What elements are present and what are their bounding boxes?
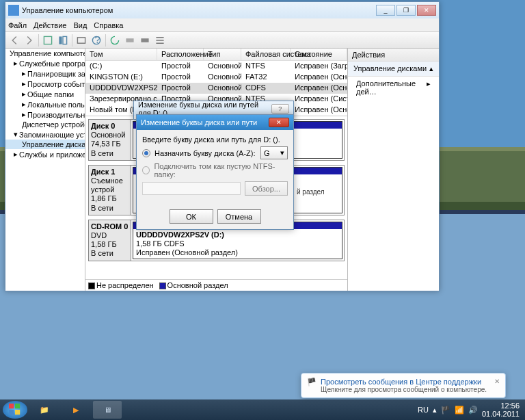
- label-assign-letter: Назначить букву диска (A-Z):: [154, 149, 256, 157]
- ok-button[interactable]: ОК: [170, 209, 213, 224]
- tree-root[interactable]: Управление компьютером (л: [5, 49, 85, 58]
- show-hide-button[interactable]: [57, 34, 69, 47]
- svg-rect-9: [15, 404, 20, 408]
- tree-events[interactable]: ▸ Просмотр событий: [5, 79, 85, 89]
- tree-shared[interactable]: ▸ Общие папки: [5, 89, 85, 99]
- dialog-close-button[interactable]: ✕: [269, 118, 289, 127]
- svg-rect-1: [59, 36, 62, 44]
- svg-rect-7: [141, 38, 148, 42]
- action-center-balloon[interactable]: 🏴 Просмотреть сообщения в Центре поддерж…: [301, 373, 506, 398]
- flag-icon: 🏴: [307, 378, 317, 393]
- tree-devmgr[interactable]: Диспетчер устройств: [5, 120, 85, 129]
- tree-users[interactable]: ▸ Локальные пользовате: [5, 99, 85, 109]
- list-row[interactable]: (C:)ПростойОсновнойNTFSИсправен (Загрузк…: [85, 61, 347, 72]
- svg-rect-8: [9, 404, 14, 408]
- menu-view[interactable]: Вид: [73, 21, 87, 29]
- balloon-close[interactable]: ✕: [494, 378, 500, 393]
- drive-letter-select[interactable]: G▾: [260, 146, 288, 159]
- clock[interactable]: 12:56 01.04.2011: [482, 402, 520, 418]
- svg-rect-3: [77, 37, 85, 42]
- cancel-button[interactable]: Отмена: [217, 209, 261, 224]
- actions-section[interactable]: Управление дисками▴: [348, 62, 439, 77]
- tb-explorer[interactable]: 📁: [30, 401, 59, 419]
- close-button[interactable]: ✕: [417, 5, 436, 16]
- partition-peek: й раздел: [297, 188, 325, 196]
- col-type[interactable]: Тип: [204, 49, 241, 60]
- back-button[interactable]: [8, 34, 21, 47]
- list-button[interactable]: [154, 34, 166, 47]
- instruction-text: Введите букву диска или путь для D: ().: [142, 135, 288, 144]
- actions-more[interactable]: Дополнительные дей…▸: [348, 77, 439, 99]
- tree-scheduler[interactable]: ▸ Планировщик заданий: [5, 68, 85, 79]
- list-row[interactable]: KINGSTON (E:)ПростойОсновнойFAT32Исправе…: [85, 72, 347, 83]
- maximize-button[interactable]: ❐: [396, 5, 416, 16]
- start-button[interactable]: [3, 401, 27, 419]
- tb-wmp[interactable]: ▶: [62, 401, 90, 419]
- svg-text:?: ?: [94, 36, 100, 45]
- disk-info: Диск 0 Основной 74,53 ГБ В сети: [89, 120, 131, 160]
- balloon-title: Просмотреть сообщения в Центре поддержки: [321, 378, 487, 386]
- up-button[interactable]: [42, 34, 54, 47]
- window-title: Управление компьютером: [22, 6, 376, 14]
- svg-rect-10: [9, 410, 14, 415]
- svg-rect-11: [15, 410, 20, 415]
- refresh-button[interactable]: [109, 34, 121, 47]
- radio-assign-letter[interactable]: [142, 149, 150, 157]
- app-icon: [8, 5, 19, 16]
- minimize-button[interactable]: _: [376, 5, 395, 16]
- outer-dialog-help[interactable]: ?: [271, 104, 289, 114]
- titlebar[interactable]: Управление компьютером _ ❐ ✕: [5, 2, 439, 18]
- col-fs[interactable]: Файловая система: [241, 49, 291, 60]
- col-state[interactable]: Состояние: [291, 49, 347, 60]
- tree-services[interactable]: ▸ Службы и приложения: [5, 149, 85, 159]
- svg-rect-6: [126, 38, 133, 42]
- tray-up-icon[interactable]: ▴: [433, 406, 437, 415]
- toolbar: ?: [5, 32, 439, 49]
- network-icon[interactable]: 📶: [455, 406, 464, 415]
- disk-info: Диск 1 Съемное устрой 1,86 ГБ В сети: [89, 166, 131, 215]
- flag-tray-icon[interactable]: 🏴: [441, 406, 450, 415]
- actions-pane: Действия Управление дисками▴ Дополнитель…: [347, 49, 439, 291]
- change-drive-letter-dialog: Изменение буквы диска или пути ✕ Введите…: [136, 114, 294, 230]
- actions-header: Действия: [348, 49, 439, 62]
- browse-button[interactable]: Обзор...: [245, 181, 288, 196]
- console-tree[interactable]: Управление компьютером (л ▸ Служебные пр…: [5, 49, 85, 291]
- menu-action[interactable]: Действие: [33, 21, 66, 29]
- volume-icon[interactable]: 🔊: [468, 406, 478, 415]
- svg-rect-2: [63, 36, 67, 44]
- svg-rect-0: [44, 36, 51, 44]
- tree-diskmgmt[interactable]: Управление дисками: [5, 140, 85, 149]
- balloon-text: Щелкните для просмотра сообщений о компь…: [321, 386, 487, 393]
- prop-button[interactable]: [75, 34, 88, 47]
- legend: Не распределен Основной раздел: [85, 279, 347, 291]
- help-button[interactable]: ?: [90, 34, 103, 47]
- tree-storage[interactable]: ▾ Запоминающие устройст: [5, 129, 85, 140]
- col-layout[interactable]: Расположение: [157, 49, 204, 60]
- menu-help[interactable]: Справка: [94, 21, 123, 29]
- tree-system-tools[interactable]: ▸ Служебные программы: [5, 58, 85, 68]
- menu-file[interactable]: Файл: [8, 21, 27, 29]
- disk-button-1[interactable]: [124, 34, 136, 47]
- lang-indicator[interactable]: RU: [418, 406, 429, 414]
- fwd-button[interactable]: [23, 34, 36, 47]
- systray: RU ▴ 🏴 📶 🔊 12:56 01.04.2011: [418, 402, 522, 418]
- volume-list-header[interactable]: Том Расположение Тип Файловая система Со…: [85, 49, 347, 61]
- tb-compmgmt[interactable]: 🖥: [93, 401, 122, 419]
- taskbar: 📁 ▶ 🖥 RU ▴ 🏴 📶 🔊 12:56 01.04.2011: [0, 399, 525, 420]
- radio-mount-folder[interactable]: [142, 166, 150, 174]
- label-mount-folder: Подключить том как пустую NTFS-папку:: [154, 162, 288, 179]
- col-volume[interactable]: Том: [85, 49, 157, 60]
- menubar: Файл Действие Вид Справка: [5, 18, 439, 32]
- dialog-title[interactable]: Изменение буквы диска или пути ✕: [137, 115, 293, 130]
- disk-button-2[interactable]: [139, 34, 151, 47]
- tree-perf[interactable]: ▸ Производительность: [5, 109, 85, 120]
- list-row[interactable]: UDDDDVDW2XPS2V (D:)ПростойОсновнойCDFSИс…: [85, 83, 347, 94]
- disk-info: CD-ROM 0 DVD 1,58 ГБ В сети: [89, 220, 131, 261]
- mount-path-input[interactable]: [142, 182, 241, 195]
